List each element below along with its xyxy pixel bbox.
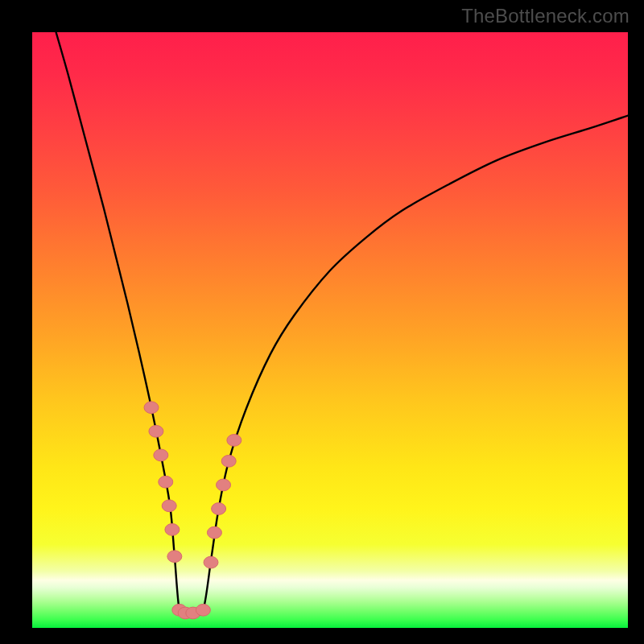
highlight-dot <box>159 476 173 488</box>
highlight-dot <box>167 551 182 563</box>
highlight-dot <box>221 455 236 467</box>
highlight-dot <box>217 479 231 491</box>
highlight-dot <box>162 500 176 512</box>
chart-frame: TheBottleneck.com <box>0 0 644 644</box>
highlight-dots <box>144 402 242 619</box>
plot-window <box>32 32 628 628</box>
curve-layer <box>32 32 628 628</box>
highlight-dot <box>154 449 168 461</box>
highlight-dot <box>227 435 242 447</box>
highlight-dot <box>207 526 221 539</box>
bottleneck-curve <box>56 32 628 615</box>
highlight-dot <box>204 556 218 568</box>
highlight-dot <box>212 503 226 515</box>
highlight-dot <box>144 402 159 414</box>
watermark-text: TheBottleneck.com <box>461 5 630 27</box>
highlight-dot <box>165 524 180 536</box>
highlight-dot <box>149 425 163 437</box>
highlight-dot <box>196 604 210 616</box>
